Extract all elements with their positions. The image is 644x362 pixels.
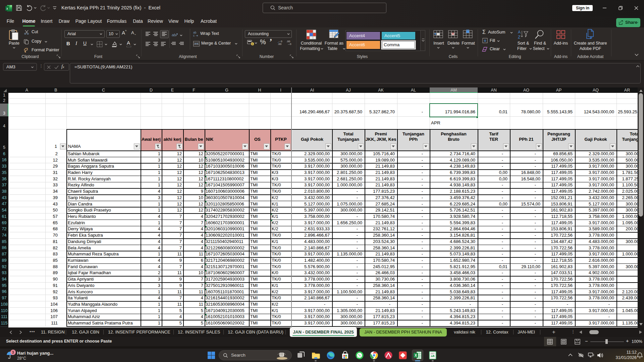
svg-text:x: x <box>6 7 8 10</box>
svg-text:$: $ <box>252 43 253 45</box>
svg-text:Z: Z <box>518 35 520 40</box>
svg-text:→0: →0 <box>287 43 291 45</box>
svg-text:.00: .00 <box>278 43 282 45</box>
svg-text:ab: ab <box>172 33 176 37</box>
svg-text:A: A <box>518 30 521 35</box>
svg-text:X: X <box>415 354 417 357</box>
svg-text:c: c <box>193 34 195 37</box>
